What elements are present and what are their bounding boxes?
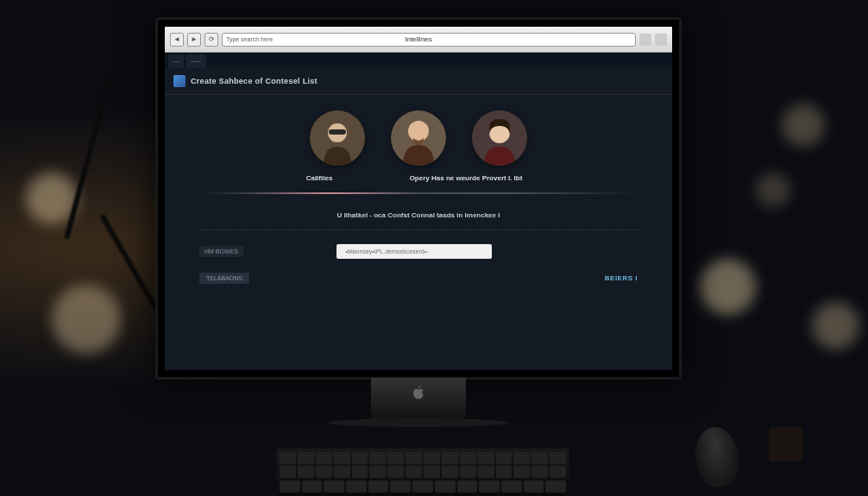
tab-strip: — —— <box>165 53 672 68</box>
monitor-foot <box>328 418 509 427</box>
url-bar[interactable]: Type search here <box>222 33 636 47</box>
svg-rect-2 <box>329 129 346 135</box>
menu-icon[interactable] <box>655 34 667 46</box>
avatar-label: Opery Has ne weurde Provert I. Ibt <box>380 174 552 182</box>
bokeh-light <box>700 259 756 315</box>
bokeh-light <box>756 173 790 207</box>
section-heading: U Ilhatkel - oca Confst Connal tasds in … <box>165 208 672 223</box>
mouse <box>691 424 742 490</box>
avatar[interactable] <box>310 110 365 166</box>
page-title: Create Sahbece of Contesel List <box>191 77 318 85</box>
tab[interactable]: —— <box>186 54 206 68</box>
svg-point-4 <box>408 121 429 141</box>
primary-action-button[interactable]: BEIERS I <box>605 274 638 282</box>
text-input[interactable] <box>337 244 492 259</box>
keyboard <box>276 449 569 496</box>
forward-button[interactable]: ► <box>187 33 201 47</box>
avatar-label: Califiles <box>285 174 354 182</box>
app-logo-icon <box>173 75 186 87</box>
back-button[interactable]: ◄ <box>170 33 184 47</box>
browser-chrome: ◄ ► ⟳ Type search here Intellines <box>165 27 672 53</box>
mic-arm <box>64 72 114 240</box>
tab[interactable]: — <box>168 54 184 68</box>
progress-bar <box>199 192 638 194</box>
avatar[interactable] <box>472 110 527 166</box>
page-header: Create Sahbece of Contesel List <box>165 68 672 95</box>
bokeh-light <box>52 285 121 354</box>
page-content: Create Sahbece of Contesel List Califile… <box>165 68 672 370</box>
bokeh-light <box>812 302 859 349</box>
bokeh-light <box>782 104 825 147</box>
reload-button[interactable]: ⟳ <box>204 33 218 47</box>
tag: TELABAONS <box>199 273 249 284</box>
extension-icon[interactable] <box>639 34 651 46</box>
input-row: HM BOWES <box>165 237 672 266</box>
avatar-row <box>165 95 672 174</box>
row-badge: HM BOWES <box>199 246 243 257</box>
monitor-stand <box>371 378 466 421</box>
divider <box>199 229 638 230</box>
avatar-labels: Califiles Opery Has ne weurde Provert I.… <box>165 174 672 187</box>
avatar[interactable] <box>391 110 446 166</box>
actions-row: TELABAONS BEIERS I <box>165 266 672 291</box>
apple-logo-icon <box>412 386 425 399</box>
monitor: ◄ ► ⟳ Type search here Intellines — —— C… <box>155 17 682 380</box>
desk-plant <box>764 392 808 461</box>
